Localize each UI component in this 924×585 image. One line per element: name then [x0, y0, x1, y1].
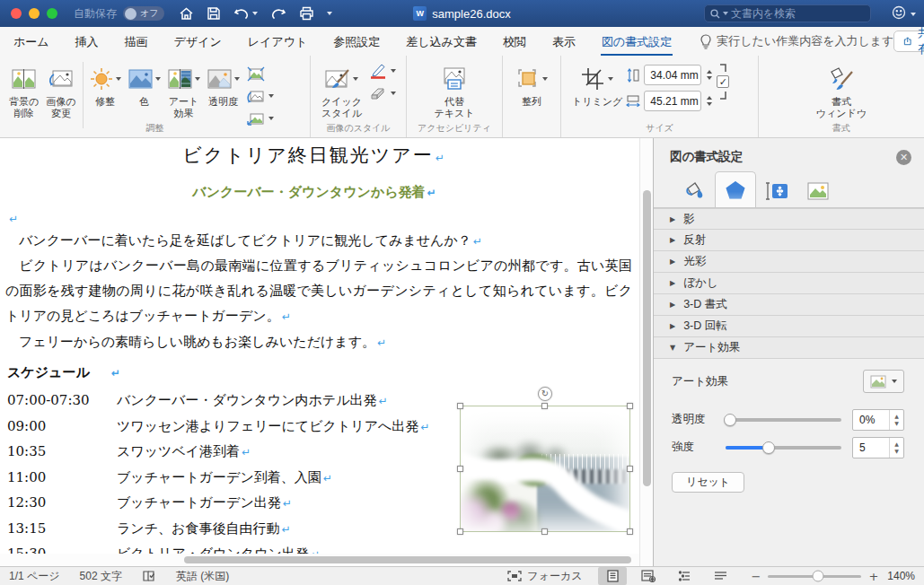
- picture-effects-button[interactable]: [369, 84, 396, 102]
- rotation-handle[interactable]: ↻: [538, 387, 552, 401]
- redo-icon[interactable]: [270, 7, 286, 21]
- color-button[interactable]: 色: [125, 62, 164, 109]
- print-layout-view-button[interactable]: [598, 567, 627, 585]
- search-scope-chevron-icon[interactable]: [723, 12, 728, 15]
- spin-down-icon[interactable]: ▼: [894, 449, 899, 454]
- zoom-out-button[interactable]: −: [751, 570, 761, 583]
- horizontal-scrollbar-thumb[interactable]: [184, 556, 631, 563]
- transparency-slider-thumb[interactable]: [724, 414, 736, 426]
- alt-text-button[interactable]: 代替 テキスト: [430, 62, 478, 121]
- page-count[interactable]: 1/1 ページ: [9, 569, 60, 584]
- lock-aspect-ratio-checkbox[interactable]: ✓: [717, 75, 729, 88]
- toolbar-options-icon[interactable]: [327, 12, 332, 15]
- transparency-button[interactable]: 透明度: [204, 62, 243, 109]
- zoom-in-button[interactable]: +: [868, 570, 878, 583]
- artistic-effects-button[interactable]: アート 効果: [164, 62, 204, 121]
- tab-design[interactable]: デザイン: [173, 28, 223, 56]
- height-field[interactable]: 34.04 mm: [644, 65, 701, 85]
- pane-tab-picture[interactable]: [797, 175, 839, 207]
- artistic-effect-dropdown[interactable]: [863, 370, 904, 393]
- picture-border-button[interactable]: [369, 62, 396, 80]
- resize-handle-ne[interactable]: [627, 403, 633, 409]
- pane-close-button[interactable]: ✕: [896, 150, 911, 165]
- section-soft-edges[interactable]: ▶ぼかし: [654, 273, 924, 294]
- resize-handle-w[interactable]: [457, 466, 463, 472]
- tab-view[interactable]: 表示: [551, 28, 576, 56]
- remove-background-button[interactable]: 背景の 削除: [5, 62, 42, 121]
- resize-handle-se[interactable]: [627, 528, 633, 535]
- minimize-window-button[interactable]: [29, 8, 40, 19]
- search-box[interactable]: [704, 4, 871, 22]
- undo-icon[interactable]: [233, 7, 250, 21]
- tab-layout[interactable]: レイアウト: [247, 28, 309, 56]
- reset-button[interactable]: リセット: [672, 472, 744, 493]
- focus-mode-button[interactable]: フォーカス: [507, 569, 582, 584]
- document-page[interactable]: ビクトリア終日観光ツアー↵ バンクーバー・ダウンタウンから発着↵ ↵ バンクーバ…: [0, 138, 639, 566]
- tab-mailings[interactable]: 差し込み文書: [405, 28, 478, 56]
- spin-down-icon[interactable]: ▼: [894, 421, 899, 426]
- zoom-slider-thumb[interactable]: [813, 571, 824, 582]
- zoom-percentage[interactable]: 140%: [887, 570, 915, 582]
- spin-up-icon[interactable]: ▲: [894, 414, 899, 419]
- tab-insert[interactable]: 挿入: [75, 28, 100, 56]
- resize-handle-e[interactable]: [627, 466, 633, 472]
- tab-references[interactable]: 参照設定: [332, 28, 381, 56]
- pane-tab-fill-line[interactable]: [673, 175, 715, 207]
- format-pane-button[interactable]: 書式 ウィンドウ: [813, 62, 870, 121]
- resize-handle-n[interactable]: [541, 403, 548, 409]
- tab-draw[interactable]: 描画: [124, 28, 149, 56]
- tell-me-box[interactable]: 実行したい作業内容を入力します: [700, 33, 893, 49]
- zoom-slider[interactable]: [768, 575, 861, 578]
- compress-pictures-button[interactable]: [247, 65, 274, 83]
- intensity-slider-thumb[interactable]: [762, 441, 775, 454]
- intensity-slider[interactable]: [726, 446, 841, 450]
- search-input[interactable]: [731, 7, 839, 20]
- arrange-button[interactable]: 整列: [513, 62, 551, 109]
- proofing-icon[interactable]: [142, 570, 156, 582]
- corrections-button[interactable]: 修整: [86, 62, 125, 109]
- save-icon[interactable]: [207, 6, 221, 21]
- undo-dropdown-icon[interactable]: [252, 12, 258, 15]
- autosave-toggle[interactable]: オフ: [123, 6, 164, 21]
- share-button[interactable]: 共有: [893, 31, 924, 52]
- section-3d-format[interactable]: ▶3-D 書式: [654, 294, 924, 316]
- intensity-spinbox[interactable]: 5 ▲▼: [852, 437, 904, 458]
- change-picture-button[interactable]: 画像の 変更: [42, 62, 79, 121]
- pane-tab-effects[interactable]: [715, 171, 756, 207]
- transparency-slider[interactable]: [726, 418, 841, 422]
- resize-handle-nw[interactable]: [457, 403, 463, 409]
- tab-home[interactable]: ホーム: [13, 28, 50, 56]
- section-glow[interactable]: ▶光彩: [654, 251, 924, 273]
- pane-tab-layout-size[interactable]: [756, 175, 797, 207]
- section-shadow[interactable]: ▶影: [654, 208, 924, 230]
- horizontal-scrollbar[interactable]: [0, 554, 639, 566]
- word-count[interactable]: 502 文字: [80, 569, 122, 584]
- outline-view-button[interactable]: [670, 567, 699, 585]
- resize-handle-s[interactable]: [541, 528, 548, 535]
- close-window-button[interactable]: [11, 8, 22, 19]
- tab-picture-format[interactable]: 図の書式設定: [601, 28, 673, 56]
- feedback-chevron-icon[interactable]: [911, 13, 916, 16]
- section-artistic-effects[interactable]: ▼アート効果: [654, 337, 924, 359]
- height-stepper[interactable]: [707, 70, 712, 80]
- vertical-scrollbar[interactable]: [639, 138, 653, 566]
- draft-view-button[interactable]: [706, 567, 735, 585]
- reset-picture-button[interactable]: [247, 87, 274, 105]
- tab-review[interactable]: 校閲: [502, 28, 527, 56]
- language-indicator[interactable]: 英語 (米国): [176, 569, 229, 584]
- transparency-spinbox[interactable]: 0% ▲▼: [852, 409, 904, 431]
- spin-up-icon[interactable]: ▲: [894, 441, 899, 447]
- section-3d-rotation[interactable]: ▶3-D 回転: [654, 316, 924, 337]
- crop-button[interactable]: トリミング: [568, 62, 626, 109]
- quick-styles-button[interactable]: クイック スタイル: [318, 62, 365, 121]
- selected-picture[interactable]: ↻: [460, 406, 630, 532]
- zoom-window-button[interactable]: [47, 8, 57, 19]
- vertical-scrollbar-thumb[interactable]: [643, 190, 651, 486]
- width-field[interactable]: 45.21 mm: [644, 91, 701, 111]
- web-layout-view-button[interactable]: [634, 567, 663, 585]
- resize-handle-sw[interactable]: [457, 528, 463, 535]
- section-reflection[interactable]: ▶反射: [654, 230, 924, 251]
- feedback-smiley-icon[interactable]: [892, 5, 906, 23]
- home-icon[interactable]: [179, 6, 194, 21]
- width-stepper[interactable]: [707, 96, 712, 106]
